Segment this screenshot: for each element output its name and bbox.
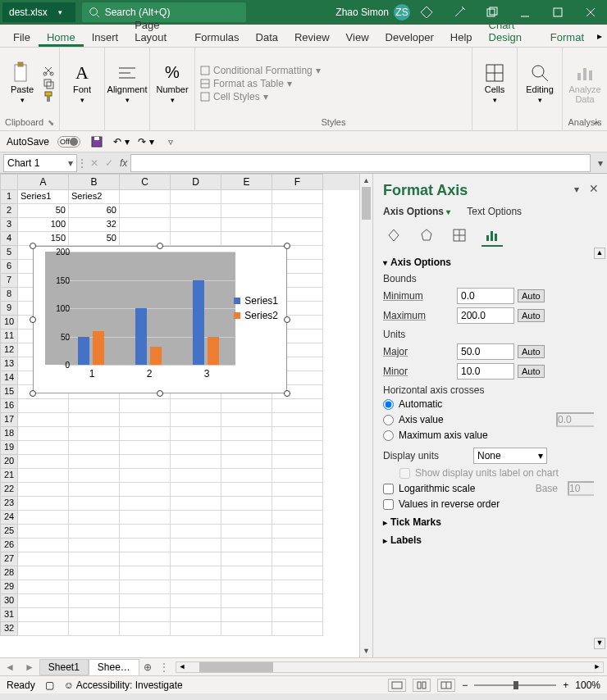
row-header[interactable]: 29 xyxy=(0,580,18,594)
fill-icon[interactable] xyxy=(383,225,404,247)
cell[interactable] xyxy=(272,594,323,608)
cell[interactable] xyxy=(272,455,323,469)
resize-handle[interactable] xyxy=(30,243,36,249)
cell[interactable] xyxy=(120,483,171,497)
cell[interactable] xyxy=(120,622,171,636)
cell[interactable] xyxy=(120,580,171,594)
cell[interactable] xyxy=(120,427,171,441)
row-header[interactable]: 4 xyxy=(0,232,18,246)
cell[interactable] xyxy=(272,497,323,511)
cell[interactable] xyxy=(171,483,221,497)
row-header[interactable]: 20 xyxy=(0,455,18,469)
cell[interactable] xyxy=(18,497,69,511)
cell[interactable] xyxy=(272,413,323,427)
radio-automatic[interactable]: Automatic xyxy=(383,398,597,410)
cell[interactable] xyxy=(171,232,221,246)
chart-bar[interactable] xyxy=(150,347,162,365)
expand-formula-icon[interactable]: ▾ xyxy=(594,157,607,169)
chart-legend[interactable]: Series1Series2 xyxy=(234,292,278,325)
conditional-formatting-button[interactable]: Conditional Formatting ▾ xyxy=(200,65,321,76)
view-page-break-icon[interactable] xyxy=(437,679,455,692)
cell[interactable]: 32 xyxy=(69,218,120,232)
row-header[interactable]: 30 xyxy=(0,594,18,608)
scroll-up-icon[interactable]: ▲ xyxy=(360,174,372,187)
row-header[interactable]: 5 xyxy=(0,246,18,260)
cell[interactable] xyxy=(221,483,272,497)
chart-bar[interactable] xyxy=(78,337,89,366)
cell[interactable] xyxy=(69,413,120,427)
tab-nav-next[interactable]: ► xyxy=(20,661,39,673)
cell[interactable] xyxy=(69,608,120,622)
tab-page-layout[interactable]: Page Layout xyxy=(126,14,186,47)
cell[interactable] xyxy=(69,441,120,455)
cell[interactable] xyxy=(272,525,323,539)
row-header[interactable]: 14 xyxy=(0,371,18,385)
row-header[interactable]: 17 xyxy=(0,413,18,427)
paste-button[interactable]: Paste ▾ xyxy=(5,63,39,104)
section-axis-options[interactable]: ▾Axis Options xyxy=(383,257,597,268)
maximum-field[interactable] xyxy=(457,307,514,324)
tab-text-options[interactable]: Text Options xyxy=(467,206,522,217)
copy-icon[interactable] xyxy=(43,78,54,89)
scroll-down-icon[interactable]: ▼ xyxy=(360,644,372,657)
cell[interactable] xyxy=(272,232,323,246)
tab-data[interactable]: Data xyxy=(248,26,286,47)
close-pane-icon[interactable]: ✕ xyxy=(589,182,599,195)
cell[interactable] xyxy=(69,594,120,608)
cell[interactable] xyxy=(120,566,171,580)
row-header[interactable]: 10 xyxy=(0,316,18,330)
cell[interactable] xyxy=(120,469,171,483)
cell[interactable]: 150 xyxy=(18,232,69,246)
cell[interactable] xyxy=(18,622,69,636)
cell[interactable] xyxy=(120,455,171,469)
row-header[interactable]: 19 xyxy=(0,441,18,455)
cell[interactable] xyxy=(69,469,120,483)
row-header[interactable]: 28 xyxy=(0,566,18,580)
column-header[interactable]: D xyxy=(171,174,221,190)
tab-insert[interactable]: Insert xyxy=(84,26,127,47)
cell[interactable] xyxy=(272,427,323,441)
scrollbar-thumb[interactable] xyxy=(362,187,371,220)
cell[interactable] xyxy=(272,469,323,483)
cell[interactable] xyxy=(69,539,120,552)
cell[interactable] xyxy=(120,608,171,622)
row-header[interactable]: 13 xyxy=(0,357,18,371)
row-header[interactable]: 26 xyxy=(0,539,18,552)
cell[interactable]: Series2 xyxy=(69,190,120,204)
undo-icon[interactable]: ↶ ▾ xyxy=(113,136,130,148)
cell[interactable] xyxy=(18,525,69,539)
zoom-out-button[interactable]: − xyxy=(462,680,468,691)
cell[interactable] xyxy=(171,566,221,580)
cell[interactable] xyxy=(18,539,69,552)
cell[interactable] xyxy=(120,552,171,566)
column-header[interactable]: A xyxy=(18,174,69,190)
cell[interactable] xyxy=(120,539,171,552)
minor-field[interactable] xyxy=(457,363,514,380)
pencil-icon[interactable] xyxy=(443,0,476,25)
chart-object[interactable]: 050100150200123 Series1Series2 xyxy=(33,246,287,393)
tab-view[interactable]: View xyxy=(338,26,377,47)
cell[interactable] xyxy=(69,399,120,413)
cell[interactable] xyxy=(221,608,272,622)
cell[interactable] xyxy=(120,204,171,218)
cell[interactable] xyxy=(171,399,221,413)
tab-file[interactable]: File xyxy=(5,26,39,47)
row-header[interactable]: 22 xyxy=(0,483,18,497)
chevron-down-icon[interactable]: ▾ xyxy=(68,157,73,169)
close-file-chevron[interactable]: ▾ xyxy=(52,8,69,16)
resize-handle[interactable] xyxy=(30,316,36,323)
cell[interactable] xyxy=(272,483,323,497)
cells-button[interactable]: Cells ▾ xyxy=(477,63,512,104)
cell[interactable] xyxy=(221,413,272,427)
row-header[interactable]: 7 xyxy=(0,274,18,288)
cell[interactable] xyxy=(18,511,69,525)
pane-options-icon[interactable]: ▾ xyxy=(574,184,579,195)
cell[interactable] xyxy=(69,580,120,594)
cell[interactable] xyxy=(272,580,323,594)
filename-chip[interactable]: dest.xlsx ▾ xyxy=(2,2,75,22)
cell[interactable] xyxy=(171,441,221,455)
cell[interactable] xyxy=(272,539,323,552)
cell[interactable]: Series1 xyxy=(18,190,69,204)
row-header[interactable]: 32 xyxy=(0,622,18,636)
row-header[interactable]: 21 xyxy=(0,469,18,483)
